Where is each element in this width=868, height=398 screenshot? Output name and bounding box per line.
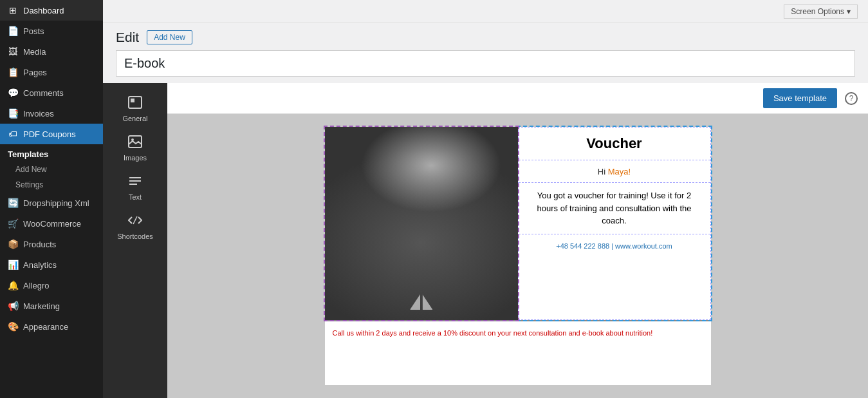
voucher-greeting-box: Hi Maya! (519, 160, 710, 183)
screen-options-button[interactable]: Screen Options ▾ (784, 5, 858, 19)
voucher-title-box: Voucher (519, 128, 710, 160)
sidebar-label-allegro: Allegro (23, 281, 49, 290)
sidebar-item-analytics[interactable]: 📊 Analytics (0, 254, 103, 275)
voucher-image-side[interactable] (325, 127, 518, 320)
voucher-greeting: Hi Maya! (598, 167, 631, 176)
sidebar-item-appearance[interactable]: 🎨 Appearance (0, 316, 103, 337)
sidebar-item-dashboard[interactable]: ⊞ Dashboard (0, 0, 103, 21)
svg-rect-1 (131, 99, 134, 102)
voucher-canvas: Voucher Hi Maya! You got a voucher for t… (325, 127, 711, 385)
voucher-image (325, 127, 518, 320)
images-element-label: Images (124, 154, 147, 162)
screen-options-chevron-icon: ▾ (847, 7, 851, 16)
element-images[interactable]: Images (108, 130, 162, 167)
sidebar-label-pages: Pages (23, 68, 47, 77)
sidebar-label-posts: Posts (23, 26, 44, 36)
sidebar-item-posts[interactable]: 📄 Posts (0, 21, 103, 41)
sidebar-label-marketing: Marketing (23, 301, 60, 311)
save-template-button[interactable]: Save template (763, 88, 837, 108)
voucher-contact: +48 544 222 888 | www.workout.com (556, 242, 672, 250)
sidebar-item-woocommerce[interactable]: 🛒 WooCommerce (0, 213, 103, 234)
sidebar-label-invoices: Invoices (23, 109, 54, 118)
sidebar-item-pages[interactable]: 📋 Pages (0, 62, 103, 82)
media-icon: 🖼 (8, 46, 18, 57)
logo-overlay (410, 294, 432, 310)
posts-icon: 📄 (8, 26, 18, 36)
template-name-input[interactable] (116, 50, 855, 77)
pages-icon: 📋 (8, 67, 18, 77)
shortcodes-element-icon (128, 214, 142, 230)
voucher-content-side[interactable]: Voucher Hi Maya! You got a voucher for t… (518, 127, 711, 320)
voucher-body-box: You got a voucher for training! Use it f… (519, 183, 710, 234)
voucher-footer-text: Call us within 2 days and receive a 10% … (333, 329, 653, 337)
dropshipping-icon: 🔄 (8, 198, 18, 208)
sidebar-label-dropshipping: Dropshipping Xml (23, 198, 89, 208)
elements-panel: General Images Text Shortcodes (103, 83, 167, 398)
sidebar-item-comments[interactable]: 💬 Comments (0, 82, 103, 103)
products-icon: 📦 (8, 239, 18, 249)
general-element-icon (128, 96, 142, 112)
logo-wing-left (410, 294, 420, 310)
comments-icon: 💬 (8, 88, 18, 98)
sidebar-sub-add-new[interactable]: Add New (0, 162, 103, 177)
template-name-row (103, 50, 868, 83)
sidebar-label-dashboard: Dashboard (23, 6, 64, 15)
voucher-title: Voucher (586, 135, 642, 151)
help-icon[interactable]: ? (845, 92, 858, 105)
voucher-layout: Voucher Hi Maya! You got a voucher for t… (325, 127, 711, 320)
sidebar-label-appearance: Appearance (23, 322, 68, 332)
screen-options-label: Screen Options (791, 7, 844, 16)
images-element-icon (128, 135, 142, 151)
shortcodes-element-label: Shortcodes (117, 232, 153, 240)
invoices-icon: 📑 (8, 108, 18, 118)
element-shortcodes[interactable]: Shortcodes (108, 209, 162, 245)
logo-shape (410, 294, 432, 310)
appearance-icon: 🎨 (8, 321, 18, 332)
voucher-greeting-name: Maya! (608, 167, 631, 176)
analytics-icon: 📊 (8, 260, 18, 270)
sidebar-label-analytics: Analytics (23, 260, 57, 270)
element-general[interactable]: General (108, 91, 162, 128)
element-text[interactable]: Text (108, 169, 162, 206)
page-title: Edit (116, 30, 139, 45)
add-new-button[interactable]: Add New (147, 30, 192, 44)
marketing-icon: 📢 (8, 301, 18, 311)
voucher-bottom-strip: Call us within 2 days and receive a 10% … (325, 320, 711, 343)
canvas-area: Save template ? (167, 83, 868, 398)
woocommerce-icon: 🛒 (8, 218, 18, 229)
sidebar-label-woocommerce: WooCommerce (23, 219, 81, 229)
voucher-body-text: You got a voucher for training! Use it f… (537, 191, 692, 225)
voucher-contact-box: +48 544 222 888 | www.workout.com (519, 234, 710, 256)
top-bar: Screen Options ▾ (103, 0, 868, 23)
canvas-toolbar: Save template ? (167, 83, 868, 114)
pdf-coupons-icon: 🏷 (8, 129, 18, 139)
text-element-label: Text (129, 193, 142, 201)
canvas-scroll[interactable]: Voucher Hi Maya! You got a voucher for t… (167, 114, 868, 398)
svg-rect-2 (129, 136, 142, 147)
logo-wing-right (422, 294, 432, 310)
text-element-icon (128, 175, 142, 191)
editor-area: General Images Text Shortcodes (103, 83, 868, 398)
sidebar-label-pdf-coupons: PDF Coupons (23, 129, 76, 139)
general-element-label: General (122, 115, 147, 122)
sidebar-sub-settings[interactable]: Settings (0, 177, 103, 193)
svg-line-7 (133, 216, 137, 224)
sidebar-item-allegro[interactable]: 🔔 Allegro (0, 275, 103, 296)
edit-header: Edit Add New (103, 23, 868, 50)
sidebar-label-media: Media (23, 47, 46, 57)
sidebar-item-pdf-coupons[interactable]: 🏷 PDF Coupons (0, 124, 103, 144)
dashboard-icon: ⊞ (8, 5, 18, 15)
sidebar-item-marketing[interactable]: 📢 Marketing (0, 296, 103, 316)
allegro-icon: 🔔 (8, 280, 18, 290)
sidebar-item-products[interactable]: 📦 Products (0, 234, 103, 254)
sidebar-item-dropshipping[interactable]: 🔄 Dropshipping Xml (0, 193, 103, 213)
sidebar: ⊞ Dashboard 📄 Posts 🖼 Media 📋 Pages 💬 Co… (0, 0, 103, 398)
main-content: Screen Options ▾ Edit Add New General Im… (103, 0, 868, 398)
sidebar-label-products: Products (23, 240, 56, 249)
sidebar-label-comments: Comments (23, 88, 64, 98)
sidebar-item-invoices[interactable]: 📑 Invoices (0, 103, 103, 124)
sidebar-item-media[interactable]: 🖼 Media (0, 41, 103, 62)
templates-section-title: Templates (0, 144, 103, 162)
